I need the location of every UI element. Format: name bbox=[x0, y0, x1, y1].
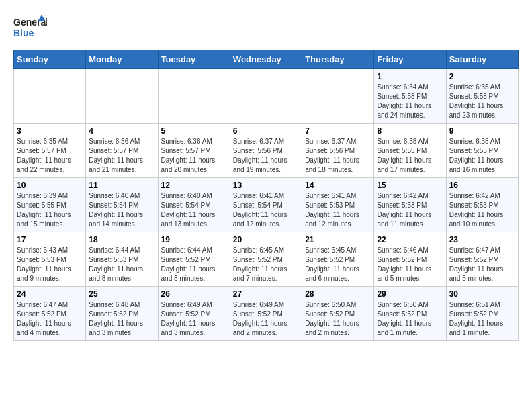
day-info: Sunrise: 6:41 AM Sunset: 5:54 PM Dayligh… bbox=[233, 191, 299, 229]
calendar-cell-16: 12Sunrise: 6:40 AM Sunset: 5:54 PM Dayli… bbox=[158, 178, 230, 232]
weekday-header-thursday: Thursday bbox=[302, 50, 374, 69]
day-info: Sunrise: 6:50 AM Sunset: 5:52 PM Dayligh… bbox=[377, 300, 443, 338]
calendar-cell-24: 20Sunrise: 6:45 AM Sunset: 5:52 PM Dayli… bbox=[230, 232, 302, 287]
calendar-cell-20: 16Sunrise: 6:42 AM Sunset: 5:53 PM Dayli… bbox=[446, 178, 518, 232]
calendar-cell-26: 22Sunrise: 6:46 AM Sunset: 5:52 PM Dayli… bbox=[374, 232, 446, 287]
calendar-cell-6: 2Sunrise: 6:35 AM Sunset: 5:58 PM Daylig… bbox=[446, 69, 518, 124]
calendar-cell-7: 3Sunrise: 6:35 AM Sunset: 5:57 PM Daylig… bbox=[14, 124, 86, 178]
day-info: Sunrise: 6:39 AM Sunset: 5:55 PM Dayligh… bbox=[17, 191, 83, 229]
day-number: 6 bbox=[233, 126, 299, 136]
calendar-cell-34: 30Sunrise: 6:51 AM Sunset: 5:52 PM Dayli… bbox=[446, 287, 518, 341]
calendar-table: SundayMondayTuesdayWednesdayThursdayFrid… bbox=[13, 50, 519, 341]
weekday-header-row: SundayMondayTuesdayWednesdayThursdayFrid… bbox=[14, 50, 519, 69]
day-info: Sunrise: 6:35 AM Sunset: 5:57 PM Dayligh… bbox=[17, 137, 83, 175]
day-info: Sunrise: 6:44 AM Sunset: 5:53 PM Dayligh… bbox=[89, 246, 154, 283]
day-number: 30 bbox=[449, 289, 515, 299]
day-number: 14 bbox=[305, 181, 371, 190]
day-info: Sunrise: 6:42 AM Sunset: 5:53 PM Dayligh… bbox=[449, 191, 515, 229]
day-info: Sunrise: 6:38 AM Sunset: 5:55 PM Dayligh… bbox=[449, 137, 515, 175]
day-info: Sunrise: 6:43 AM Sunset: 5:53 PM Dayligh… bbox=[17, 246, 83, 283]
svg-text:Blue: Blue bbox=[13, 28, 34, 38]
day-info: Sunrise: 6:45 AM Sunset: 5:52 PM Dayligh… bbox=[233, 246, 299, 283]
calendar-cell-3 bbox=[230, 69, 302, 124]
calendar-cell-29: 25Sunrise: 6:48 AM Sunset: 5:52 PM Dayli… bbox=[86, 287, 158, 341]
day-number: 9 bbox=[449, 126, 515, 136]
day-info: Sunrise: 6:49 AM Sunset: 5:52 PM Dayligh… bbox=[161, 300, 227, 338]
day-info: Sunrise: 6:37 AM Sunset: 5:56 PM Dayligh… bbox=[305, 137, 371, 175]
day-number: 27 bbox=[233, 289, 299, 299]
calendar-cell-1 bbox=[86, 69, 158, 124]
day-info: Sunrise: 6:36 AM Sunset: 5:57 PM Dayligh… bbox=[161, 137, 227, 175]
day-number: 1 bbox=[377, 72, 443, 81]
calendar-cell-32: 28Sunrise: 6:50 AM Sunset: 5:52 PM Dayli… bbox=[302, 287, 374, 341]
weekday-header-sunday: Sunday bbox=[14, 50, 86, 69]
weekday-header-wednesday: Wednesday bbox=[230, 50, 302, 69]
weekday-header-monday: Monday bbox=[86, 50, 158, 69]
day-info: Sunrise: 6:50 AM Sunset: 5:52 PM Dayligh… bbox=[305, 300, 371, 338]
calendar-cell-30: 26Sunrise: 6:49 AM Sunset: 5:52 PM Dayli… bbox=[158, 287, 230, 341]
weekday-header-saturday: Saturday bbox=[446, 50, 518, 69]
calendar-cell-19: 15Sunrise: 6:42 AM Sunset: 5:53 PM Dayli… bbox=[374, 178, 446, 232]
calendar-cell-8: 4Sunrise: 6:36 AM Sunset: 5:57 PM Daylig… bbox=[86, 124, 158, 178]
calendar-cell-2 bbox=[158, 69, 230, 124]
day-number: 20 bbox=[233, 235, 299, 244]
day-info: Sunrise: 6:35 AM Sunset: 5:58 PM Dayligh… bbox=[449, 83, 515, 120]
weekday-header-tuesday: Tuesday bbox=[158, 50, 230, 69]
calendar-cell-10: 6Sunrise: 6:37 AM Sunset: 5:56 PM Daylig… bbox=[230, 124, 302, 178]
calendar-cell-12: 8Sunrise: 6:38 AM Sunset: 5:55 PM Daylig… bbox=[374, 124, 446, 178]
calendar-cell-17: 13Sunrise: 6:41 AM Sunset: 5:54 PM Dayli… bbox=[230, 178, 302, 232]
day-number: 25 bbox=[89, 289, 154, 299]
calendar-cell-23: 19Sunrise: 6:44 AM Sunset: 5:52 PM Dayli… bbox=[158, 232, 230, 287]
calendar-cell-18: 14Sunrise: 6:41 AM Sunset: 5:53 PM Dayli… bbox=[302, 178, 374, 232]
calendar-cell-15: 11Sunrise: 6:40 AM Sunset: 5:54 PM Dayli… bbox=[86, 178, 158, 232]
day-info: Sunrise: 6:41 AM Sunset: 5:53 PM Dayligh… bbox=[305, 191, 371, 229]
calendar-cell-33: 29Sunrise: 6:50 AM Sunset: 5:52 PM Dayli… bbox=[374, 287, 446, 341]
week-row-5: 24Sunrise: 6:47 AM Sunset: 5:52 PM Dayli… bbox=[14, 287, 519, 341]
day-number: 13 bbox=[233, 181, 299, 190]
calendar-cell-5: 1Sunrise: 6:34 AM Sunset: 5:58 PM Daylig… bbox=[374, 69, 446, 124]
day-info: Sunrise: 6:45 AM Sunset: 5:52 PM Dayligh… bbox=[305, 246, 371, 283]
day-info: Sunrise: 6:38 AM Sunset: 5:55 PM Dayligh… bbox=[377, 137, 443, 175]
page-header: General Blue bbox=[13, 13, 519, 43]
calendar-cell-0 bbox=[14, 69, 86, 124]
day-info: Sunrise: 6:36 AM Sunset: 5:57 PM Dayligh… bbox=[89, 137, 154, 175]
day-number: 24 bbox=[17, 289, 83, 299]
weekday-header-friday: Friday bbox=[374, 50, 446, 69]
day-info: Sunrise: 6:49 AM Sunset: 5:52 PM Dayligh… bbox=[233, 300, 299, 338]
day-number: 12 bbox=[161, 181, 227, 190]
day-number: 3 bbox=[17, 126, 83, 136]
day-number: 8 bbox=[377, 126, 443, 136]
day-number: 17 bbox=[17, 235, 83, 244]
day-number: 28 bbox=[305, 289, 371, 299]
week-row-2: 3Sunrise: 6:35 AM Sunset: 5:57 PM Daylig… bbox=[14, 124, 519, 178]
calendar-cell-27: 23Sunrise: 6:47 AM Sunset: 5:52 PM Dayli… bbox=[446, 232, 518, 287]
day-number: 7 bbox=[305, 126, 371, 136]
day-info: Sunrise: 6:40 AM Sunset: 5:54 PM Dayligh… bbox=[89, 191, 154, 229]
day-number: 29 bbox=[377, 289, 443, 299]
logo-svg: General Blue bbox=[13, 13, 47, 43]
calendar-cell-11: 7Sunrise: 6:37 AM Sunset: 5:56 PM Daylig… bbox=[302, 124, 374, 178]
day-info: Sunrise: 6:48 AM Sunset: 5:52 PM Dayligh… bbox=[89, 300, 154, 338]
calendar-cell-14: 10Sunrise: 6:39 AM Sunset: 5:55 PM Dayli… bbox=[14, 178, 86, 232]
calendar-cell-21: 17Sunrise: 6:43 AM Sunset: 5:53 PM Dayli… bbox=[14, 232, 86, 287]
day-info: Sunrise: 6:44 AM Sunset: 5:52 PM Dayligh… bbox=[161, 246, 227, 283]
day-number: 23 bbox=[449, 235, 515, 244]
calendar-cell-4 bbox=[302, 69, 374, 124]
day-info: Sunrise: 6:47 AM Sunset: 5:52 PM Dayligh… bbox=[17, 300, 83, 338]
week-row-1: 1Sunrise: 6:34 AM Sunset: 5:58 PM Daylig… bbox=[14, 69, 519, 124]
day-info: Sunrise: 6:34 AM Sunset: 5:58 PM Dayligh… bbox=[377, 83, 443, 120]
logo: General Blue bbox=[13, 13, 47, 43]
calendar-cell-22: 18Sunrise: 6:44 AM Sunset: 5:53 PM Dayli… bbox=[86, 232, 158, 287]
day-number: 5 bbox=[161, 126, 227, 136]
day-number: 11 bbox=[89, 181, 154, 190]
day-number: 10 bbox=[17, 181, 83, 190]
calendar-cell-31: 27Sunrise: 6:49 AM Sunset: 5:52 PM Dayli… bbox=[230, 287, 302, 341]
calendar-cell-13: 9Sunrise: 6:38 AM Sunset: 5:55 PM Daylig… bbox=[446, 124, 518, 178]
day-info: Sunrise: 6:47 AM Sunset: 5:52 PM Dayligh… bbox=[449, 246, 515, 283]
day-number: 18 bbox=[89, 235, 154, 244]
calendar-cell-25: 21Sunrise: 6:45 AM Sunset: 5:52 PM Dayli… bbox=[302, 232, 374, 287]
day-info: Sunrise: 6:42 AM Sunset: 5:53 PM Dayligh… bbox=[377, 191, 443, 229]
week-row-3: 10Sunrise: 6:39 AM Sunset: 5:55 PM Dayli… bbox=[14, 178, 519, 232]
week-row-4: 17Sunrise: 6:43 AM Sunset: 5:53 PM Dayli… bbox=[14, 232, 519, 287]
day-number: 2 bbox=[449, 72, 515, 81]
